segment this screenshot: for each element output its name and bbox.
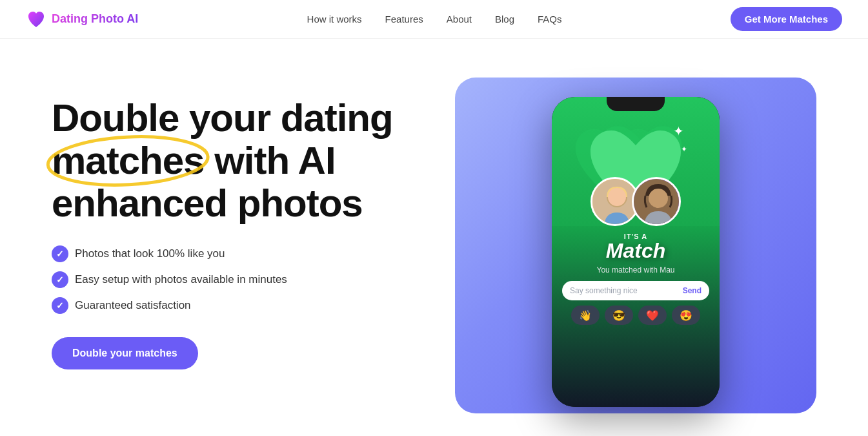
hero-title: Double your dating matches with AI enhan… (52, 97, 442, 225)
logo-text: Dating Photo AI (52, 12, 138, 26)
nav-cta-button[interactable]: Get More Matches (731, 7, 842, 31)
svg-point-7 (649, 189, 668, 208)
check-icon (52, 297, 68, 314)
check-icon (52, 245, 68, 262)
phone-frame: ✦ ✦ (552, 97, 720, 407)
profile-photo-2 (632, 177, 681, 226)
phone-screen: ✦ ✦ (552, 97, 720, 407)
message-bar[interactable]: Say something nice Send (562, 281, 709, 300)
emoji-cool[interactable]: 😎 (605, 306, 633, 325)
hero-title-circled: matches (52, 140, 204, 182)
svg-point-5 (608, 188, 626, 206)
list-item: Photos that look 100% like you (52, 245, 442, 262)
hero-checklist: Photos that look 100% like you Easy setu… (52, 245, 442, 314)
emoji-heart[interactable]: ❤️ (638, 306, 667, 325)
hero-title-line1: Double your dating (52, 96, 393, 140)
nav-link-features[interactable]: Features (385, 14, 423, 25)
check-icon (52, 271, 68, 288)
message-placeholder: Say something nice (570, 286, 638, 295)
logo-icon (26, 9, 46, 30)
emoji-wave[interactable]: 👋 (571, 306, 600, 325)
nav-link-about[interactable]: About (447, 14, 472, 25)
list-item: Guaranteed satisfaction (52, 297, 442, 314)
hero-title-line3: with AI (204, 139, 335, 182)
phone-notch (607, 97, 665, 111)
hero-title-line2: matches (52, 139, 204, 182)
phone-background: ✦ ✦ (455, 78, 816, 413)
navbar: Dating Photo AI How it works Features Ab… (0, 0, 868, 39)
profile-photos (590, 177, 681, 226)
hero-title-line4: enhanced photos (52, 182, 363, 225)
logo-area[interactable]: Dating Photo AI (26, 9, 138, 30)
nav-link-how-it-works[interactable]: How it works (307, 14, 362, 25)
checklist-item-2: Guaranteed satisfaction (75, 299, 191, 312)
nav-link-faqs[interactable]: FAQs (538, 14, 562, 25)
checklist-item-1: Easy setup with photos available in minu… (75, 273, 287, 286)
emoji-row: 👋 😎 ❤️ 😍 (571, 306, 700, 325)
match-text: Match (606, 239, 665, 263)
list-item: Easy setup with photos available in minu… (52, 271, 442, 288)
svg-text:✦: ✦ (673, 124, 684, 138)
nav-links: How it works Features About Blog FAQs (307, 14, 562, 25)
matched-with-text: You matched with Mau (597, 265, 675, 275)
main-content: Double your dating matches with AI enhan… (0, 39, 868, 436)
svg-text:✦: ✦ (681, 145, 687, 154)
send-button[interactable]: Send (683, 286, 701, 295)
hero-left: Double your dating matches with AI enhan… (52, 78, 442, 369)
hearts-area: ✦ ✦ (552, 97, 720, 226)
checklist-item-0: Photos that look 100% like you (75, 247, 225, 260)
emoji-love[interactable]: 😍 (672, 306, 700, 325)
nav-link-blog[interactable]: Blog (495, 14, 514, 25)
match-area: IT'S A Match You matched with Mau Say so… (552, 226, 720, 407)
hero-right: ✦ ✦ (442, 78, 816, 413)
hero-cta-button[interactable]: Double your matches (52, 337, 198, 369)
